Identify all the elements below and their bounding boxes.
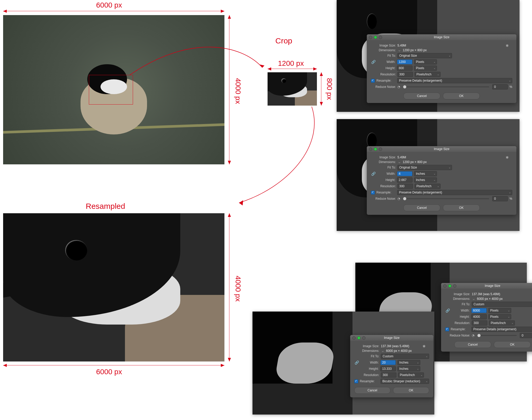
resample-checkbox[interactable] [371,191,375,195]
width-input[interactable] [397,171,413,176]
image-size-lbl: Image Size: [354,344,379,348]
crop-height-label: 800 px [325,78,334,100]
resampled-height-arrow [229,213,229,361]
fit-to-lbl: Fit To: [445,302,470,306]
gear-icon[interactable]: ✻ [506,44,509,48]
resampled-title: Resampled [86,202,125,211]
orig-width-label: 6000 px [96,1,122,9]
image-size-val: 5.49M [397,156,406,159]
width-unit-select[interactable]: Inches⌄ [397,360,420,365]
fit-to-select[interactable]: Original Size⌄ [397,53,452,58]
resample-method-select[interactable]: Preserve Details (enlargement)⌄ [397,78,512,83]
constrain-link-icon[interactable]: 🔗 [371,59,376,64]
fit-to-select[interactable]: Original Size⌄ [397,165,452,170]
dimensions-lbl: Dimensions: [445,297,470,301]
dimensions-val: 1200 px × 800 px [403,160,427,164]
width-lbl: Width: [376,172,395,176]
image-size-dialog-4: Image Size Image Size: 137.3M (was 5.49M… [350,335,433,397]
crop-height-arrow [321,72,321,106]
dimensions-menu-icon[interactable]: ⌵ [472,297,475,301]
width-unit-select[interactable]: Pixels⌄ [414,59,437,64]
height-lbl: Height: [376,66,395,70]
image-size-lbl: Image Size: [371,156,396,159]
constrain-link-icon[interactable]: 🔗 [371,171,376,176]
cropped-photo [268,72,317,106]
pct-label: % [509,197,512,201]
dialog-title: Image Size [434,35,449,39]
cancel-button[interactable]: Cancel [403,93,440,99]
height-unit-select[interactable]: Pixels⌄ [414,66,437,71]
resample-lbl: Resample: [451,327,470,331]
width-unit-select[interactable]: Pixels⌄ [488,308,511,313]
dimensions-menu-icon[interactable]: ⌵ [397,48,401,52]
crop-rectangle [89,75,133,105]
cancel-button[interactable]: Cancel [454,341,491,348]
resolution-unit-select[interactable]: Pixels/Inch⌄ [415,72,441,77]
reduce-noise-slider[interactable] [477,335,517,336]
constrain-link-icon[interactable]: 🔗 [445,308,450,313]
resolution-input[interactable] [381,372,396,378]
width-input[interactable] [380,360,396,365]
resolution-input[interactable] [397,72,413,77]
reduce-noise-input[interactable] [492,84,508,89]
window-controls[interactable] [443,284,456,288]
reduce-noise-icon: ◔ [472,334,474,337]
height-lbl: Height: [360,367,379,371]
resolution-unit-select[interactable]: Pixels/Inch⌄ [415,184,441,189]
ok-button[interactable]: OK [494,341,531,348]
resolution-lbl: Resolution: [371,184,396,188]
image-size-dialog-1: Image Size Image Size: 5.49M ✻ Dimension… [367,34,516,103]
cancel-button[interactable]: Cancel [403,204,440,211]
window-controls[interactable] [352,336,365,340]
width-input[interactable] [471,308,487,313]
height-unit-select[interactable]: Inches⌄ [414,177,437,183]
resample-lbl: Resample: [376,191,396,194]
fit-to-select[interactable]: Custom⌄ [472,302,532,307]
dimensions-menu-icon[interactable]: ⌵ [381,349,384,353]
constrain-link-icon[interactable]: 🔗 [354,360,359,365]
width-input[interactable] [397,59,413,64]
screenshot-1: Image Size Image Size: 5.49M ✻ Dimension… [337,0,520,112]
resolution-unit-select[interactable]: Pixels/Inch⌄ [489,320,515,326]
height-input[interactable] [397,177,413,183]
width-unit-select[interactable]: Inches⌄ [414,171,437,176]
ok-button[interactable]: OK [393,387,429,394]
window-controls[interactable] [369,36,382,39]
gear-icon[interactable]: ✻ [506,156,509,159]
height-input[interactable] [380,366,396,371]
ok-button[interactable]: OK [443,93,480,99]
resample-method-select[interactable]: Preserve Details (enlargement)⌄ [471,327,532,332]
reduce-noise-slider[interactable] [403,198,489,199]
gear-icon[interactable]: ✻ [423,344,425,348]
resample-checkbox[interactable] [371,79,375,83]
fit-to-select[interactable]: Custom⌄ [381,354,429,359]
resolution-input[interactable] [397,184,413,189]
cancel-button[interactable]: Cancel [354,387,390,394]
resample-checkbox[interactable] [445,327,449,331]
dialog-title: Image Size [485,284,500,288]
resolution-input[interactable] [472,320,487,326]
resolution-unit-select[interactable]: Pixels/Inch⌄ [398,372,424,378]
height-unit-select[interactable]: Pixels⌄ [488,314,511,319]
reduce-noise-slider[interactable] [403,86,489,87]
reduce-noise-input[interactable] [492,196,508,201]
dimensions-menu-icon[interactable]: ⌵ [397,160,401,164]
resample-method-select[interactable]: Preserve Details (enlargement)⌄ [397,190,512,195]
window-controls[interactable] [369,147,382,151]
pct-label: % [509,85,512,89]
resample-checkbox[interactable] [354,379,358,383]
screenshot-2: Image Size Image Size: 5.49M ✻ Dimension… [337,119,520,231]
width-lbl: Width: [376,60,395,64]
fit-to-lbl: Fit To: [354,354,379,358]
resample-method-select[interactable]: Bicubic Sharper (reduction)⌄ [381,379,429,384]
height-unit-select[interactable]: Inches⌄ [397,366,420,371]
image-size-dialog-2: Image Size Image Size: 5.49M ✻ Dimension… [367,146,516,215]
dialog-title: Image Size [384,336,400,340]
height-input[interactable] [397,66,413,71]
crop-width-arrow [268,69,317,69]
fit-to-lbl: Fit To: [371,166,396,169]
ok-button[interactable]: OK [443,204,480,211]
height-input[interactable] [471,314,487,319]
reduce-noise-input[interactable] [520,333,532,338]
resampled-height-label: 4000 px [234,276,242,302]
